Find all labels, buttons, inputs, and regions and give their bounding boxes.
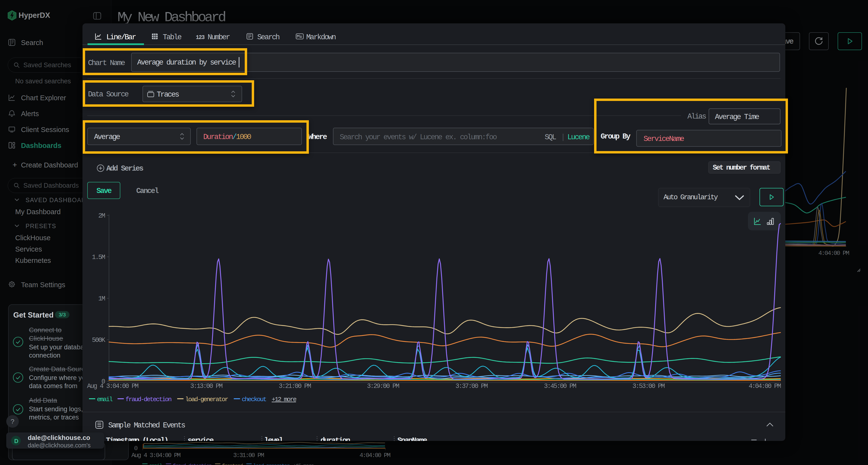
svg-text:3:21:00 PM: 3:21:00 PM [279,383,311,390]
svg-text:load-generator: load-generator [185,396,228,403]
svg-text:3:53:00 PM: 3:53:00 PM [632,383,665,390]
svg-text:+12 more: +12 more [272,396,296,403]
svg-text:500K: 500K [92,337,105,344]
svg-text:1M: 1M [98,295,105,302]
svg-text:1.5M: 1.5M [92,254,105,261]
svg-text:fraud-detection: fraud-detection [126,396,172,403]
svg-text:2M: 2M [98,212,105,220]
svg-text:3:37:00 PM: 3:37:00 PM [456,383,488,390]
svg-text:checkout: checkout [242,396,266,403]
svg-text:Aug 4 3:04:00 PM: Aug 4 3:04:00 PM [87,383,138,390]
svg-text:email: email [97,396,113,403]
svg-text:3:45:00 PM: 3:45:00 PM [544,383,576,390]
svg-text:3:13:00 PM: 3:13:00 PM [190,383,222,390]
svg-text:3:29:00 PM: 3:29:00 PM [367,383,399,390]
svg-text:4:04:00 PM: 4:04:00 PM [749,383,781,390]
